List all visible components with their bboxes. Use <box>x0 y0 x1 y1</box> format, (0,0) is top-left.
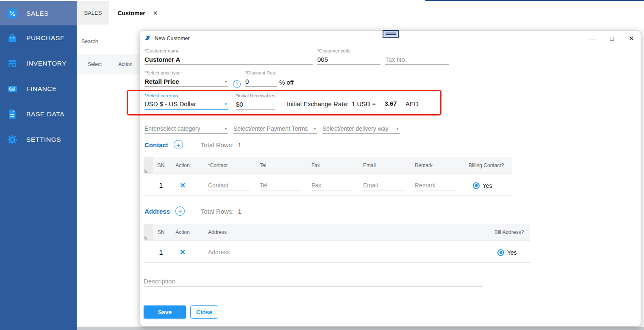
action-column-header: Action <box>118 61 132 67</box>
customer-code-field: *Customer code <box>317 48 380 65</box>
bill-address-yes-radio[interactable] <box>497 249 504 256</box>
description-input[interactable] <box>144 275 483 286</box>
discount-rate-label: *Discount Rate <box>245 70 296 76</box>
tax-no-field <box>385 54 449 65</box>
customer-name-field: *Customer name <box>144 48 313 65</box>
payment-terms-select[interactable]: Select/enter Payment Terms ▼ <box>233 123 317 134</box>
billing-contact-yes-radio[interactable] <box>473 182 480 189</box>
resize-triangle-icon <box>144 236 148 239</box>
price-type-select[interactable]: Retail Price ▼ <box>144 76 228 87</box>
initial-receivables-label: *Initial Receivables <box>236 93 291 99</box>
address-section-title: Address <box>144 208 170 215</box>
sidebar-item-sales[interactable]: SALES <box>0 1 77 25</box>
chevron-down-icon: ▼ <box>396 127 399 131</box>
sidebar-item-base-data[interactable]: BASE DATA <box>0 102 77 127</box>
row-selector-column[interactable] <box>144 224 153 240</box>
help-icon[interactable]: ? <box>233 80 241 88</box>
close-button[interactable]: Close <box>190 305 218 319</box>
gear-icon <box>7 134 18 145</box>
minimize-button[interactable]: — <box>587 33 597 44</box>
billing-contact-yes-label: Yes <box>483 182 492 189</box>
address-row-sn: 1 <box>153 249 169 256</box>
contact-tel-input[interactable] <box>260 181 301 190</box>
currency-label: *Select currency <box>144 93 228 99</box>
address-input[interactable] <box>208 248 471 257</box>
contact-section-header: Contact + Total Rows: 1 <box>144 140 242 149</box>
window-bottom-edge <box>77 327 644 330</box>
currency-select[interactable]: USD $ - US Dollar ▼ <box>144 99 228 110</box>
sidebar-item-inventory[interactable]: INVENTORY <box>0 51 77 76</box>
delete-contact-row-icon[interactable]: ✕ <box>180 182 186 190</box>
dialog-titlebar: New Customer <box>144 35 190 42</box>
exchange-rate-input[interactable]: 3.67 <box>379 100 402 109</box>
banknote-icon: 100 <box>7 83 18 94</box>
percent-off-suffix: % off <box>279 79 294 86</box>
address-total-rows-value: 1 <box>238 208 242 215</box>
contact-table-row: 1 ✕ Yes <box>144 176 512 196</box>
delivery-way-field: Select/enter delivery way ▼ <box>322 123 400 134</box>
window-top-accent <box>425 0 644 1</box>
tab-customer[interactable]: Customer ✕ <box>109 1 166 25</box>
customer-name-input[interactable] <box>144 54 313 65</box>
discount-badge-icon <box>7 8 18 19</box>
initial-receivables-input[interactable] <box>236 99 275 110</box>
exchange-rate-group: Initial Exchange Rate: 1 USD = 3.67 AED <box>287 100 419 109</box>
sidebar-item-settings[interactable]: SETTINGS <box>0 127 77 152</box>
contact-total-rows-value: 1 <box>238 141 241 148</box>
exchange-rate-equation: 1 USD = <box>352 100 376 109</box>
background-table-header: Select Action <box>77 54 140 74</box>
contact-remark-input[interactable] <box>415 181 456 190</box>
chevron-down-icon: ▼ <box>224 102 228 106</box>
dolphin-logo-icon <box>144 35 152 42</box>
search-input[interactable] <box>81 37 140 46</box>
address-table-header: SN Action Address Bill Address? <box>144 224 530 241</box>
contact-table-header: SN Action *Contact Tel Fax Email Remark … <box>144 157 512 174</box>
row-selector-column[interactable] <box>144 157 153 173</box>
svg-text:100: 100 <box>10 88 15 90</box>
app-root: SALES PURCHASE INVENTORY <box>0 0 644 330</box>
tab-sales[interactable]: SALES <box>77 1 109 25</box>
delete-address-row-icon[interactable]: ✕ <box>180 248 186 256</box>
dialog-title: New Customer <box>155 36 190 41</box>
add-contact-button[interactable]: + <box>174 140 183 149</box>
contact-email-input[interactable] <box>363 181 405 190</box>
sidebar-item-label: INVENTORY <box>26 60 67 67</box>
customer-code-label: *Customer code <box>317 48 380 54</box>
sidebar-item-finance[interactable]: 100 FINANCE <box>0 76 77 102</box>
customer-code-input[interactable] <box>317 54 380 65</box>
exchange-rate-label: Initial Exchange Rate: <box>287 100 349 109</box>
address-total-rows-label: Total Rows: <box>201 208 234 215</box>
tax-no-input[interactable] <box>385 54 449 65</box>
dialog-drag-handle[interactable] <box>383 30 399 38</box>
bill-address-yes-label: Yes <box>507 249 517 256</box>
sidebar-item-label: PURCHASE <box>26 34 65 42</box>
chevron-down-icon: ▼ <box>313 127 316 131</box>
sidebar-item-purchase[interactable]: PURCHASE <box>0 25 77 51</box>
discount-rate-field: *Discount Rate <box>245 70 277 87</box>
contact-row-sn: 1 <box>153 182 169 190</box>
delivery-way-select[interactable]: Select/enter delivery way ▼ <box>322 123 400 134</box>
document-icon <box>7 109 18 120</box>
contact-table: SN Action *Contact Tel Fax Email Remark … <box>144 157 512 196</box>
tab-close-icon[interactable]: ✕ <box>153 10 158 16</box>
contact-name-input[interactable] <box>208 181 250 190</box>
sidebar: SALES PURCHASE INVENTORY <box>0 1 77 330</box>
customer-search-field[interactable] <box>81 37 140 46</box>
customer-name-label: *Customer name <box>144 48 313 54</box>
address-table-row: 1 ✕ Yes <box>144 242 530 263</box>
close-window-button[interactable]: ✕ <box>626 33 636 44</box>
contact-fax-input[interactable] <box>311 181 353 190</box>
tab-sales-label: SALES <box>84 10 102 16</box>
initial-receivables-field: *Initial Receivables <box>236 93 275 110</box>
save-button[interactable]: Save <box>144 305 186 319</box>
category-select[interactable]: Enter/select category ▼ <box>144 123 228 134</box>
new-customer-dialog: New Customer — □ ✕ *Customer name *Custo… <box>140 30 641 326</box>
exchange-rate-unit: AED <box>405 100 419 109</box>
add-address-button[interactable]: + <box>175 206 185 216</box>
discount-rate-input[interactable] <box>245 76 277 87</box>
sidebar-item-label: BASE DATA <box>26 110 64 118</box>
currency-field: *Select currency USD $ - US Dollar ▼ <box>144 93 228 110</box>
address-table: SN Action Address Bill Address? 1 ✕ Yes <box>144 224 530 263</box>
address-section-header: Address + Total Rows: 1 <box>144 206 242 216</box>
maximize-button[interactable]: □ <box>607 33 617 44</box>
